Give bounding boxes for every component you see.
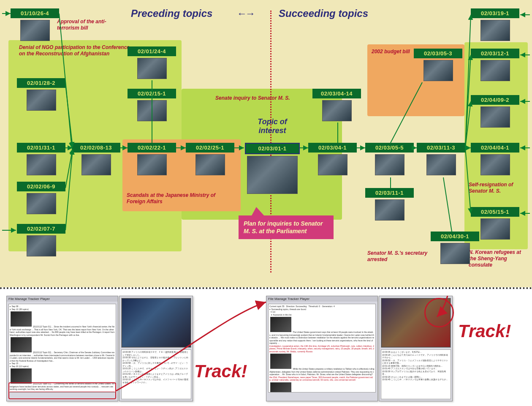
heading-preceding: Preceding topics: [131, 8, 212, 19]
node-02-03-11-1[interactable]: 02/03/11-1: [365, 188, 414, 221]
node-date: 02/04/04-1: [471, 143, 519, 153]
node-02-03-04-1[interactable]: 02/03/04-1: [308, 143, 357, 175]
track-example-panel: File Manage Tracker Player ▸ Sep 08 ...▾…: [0, 289, 532, 406]
highlight-selected-topic: [8, 382, 116, 399]
node-02-02-25-1[interactable]: 02/02/25-1: [186, 143, 234, 175]
heading-arrows: ←→: [236, 8, 253, 19]
node-date: 02/02/25-1: [186, 143, 234, 153]
track-label-left: Track!: [194, 361, 247, 381]
node-date: 02/03/05-3: [414, 49, 462, 58]
node-date: 02/02/08-13: [72, 143, 120, 153]
node-date: 02/02/07-7: [17, 224, 65, 234]
node-date: 02/05/15-1: [471, 207, 519, 217]
video-pane: [121, 298, 191, 348]
caption-antiterror: Approval of the anti-terrorism bill: [57, 19, 120, 31]
thumbnail: [375, 199, 404, 221]
thumbnail: [195, 154, 225, 175]
caption-secretary: Senator M. S.'s secretary arrested: [367, 250, 431, 263]
node-date: 02/01/24-4: [128, 46, 176, 56]
transcript-lines: 10:00:08 アメリカの同時多発テロで、ＦＢＩ連邦捜査局は... 容疑者とし…: [122, 350, 191, 384]
node-02-01-24-4[interactable]: 02/01/24-4: [128, 46, 176, 79]
svg-line-21: [443, 177, 452, 232]
node-02-03-04-14[interactable]: 02/03/04-14: [312, 89, 361, 121]
thumbnail: [137, 58, 167, 79]
node-02-03-12-1[interactable]: 02/03/12-1: [471, 49, 519, 81]
node-02-02-06-9[interactable]: 02/02/06-9: [17, 182, 65, 214]
callout-plan-inquiries: Plan for inquiries to Senator M. S. at t…: [239, 215, 334, 239]
thumbnail: [20, 20, 50, 41]
node-02-03-05-5[interactable]: 02/03/05-5: [365, 143, 414, 175]
node-date: 02/01/31-1: [17, 143, 65, 153]
tree-pane: ▸ Sep 08 ...▾ Sep 12 (38 topics) [011011…: [8, 304, 116, 392]
caption-budget: 2002 budget bill: [372, 49, 414, 55]
transcript-pane: 10:00:05 おはようございます。9月27日... 10:00:20 こんに…: [381, 349, 451, 399]
node-date: 01/10/26-4: [11, 8, 59, 18]
menubar: File Manage Tracker Player: [266, 296, 377, 302]
thumbnail: [318, 154, 347, 175]
caption-inquiry: Senate inquiry to Senator M. S.: [215, 95, 325, 101]
thumbnail: [137, 100, 167, 121]
node-02-03-05-3[interactable]: 02/03/05-3: [414, 49, 462, 81]
thumbnail: [27, 193, 56, 214]
thumbnail: [423, 60, 453, 81]
node-01-10-26-4[interactable]: 01/10/26-4: [11, 8, 59, 41]
caption-ngo: Denial of NGO participation to the Confe…: [19, 44, 137, 57]
node-02-05-15-1[interactable]: 02/05/15-1: [471, 207, 519, 240]
node-date: 02/04/09-2: [471, 95, 519, 105]
thumbnail: [81, 154, 111, 175]
app-screenshot-left-side: 10:00:08 アメリカの同時多発テロで、ＦＢＩ連邦捜査局は... 容疑者とし…: [119, 296, 193, 401]
node-02-02-08-13[interactable]: 02/02/08-13: [72, 143, 120, 175]
node-02-04-09-2[interactable]: 02/04/09-2: [471, 95, 519, 128]
node-02-03-11-3[interactable]: 02/03/11-3: [417, 143, 465, 175]
thumbnail: [480, 106, 510, 128]
transcript-lines: 10:00:05 おはようございます。9月27日... 10:00:20 こんに…: [381, 350, 451, 382]
node-date: 02/02/22-1: [128, 143, 176, 153]
node-02-01-28-2[interactable]: 02/01/28-2: [17, 78, 65, 111]
node-date: 02/03/01-1: [245, 143, 300, 154]
node-02-02-07-7[interactable]: 02/02/07-7: [17, 224, 65, 256]
video-still: [122, 298, 191, 347]
app-screenshot-right-main: File Manage Tracker Player Current topic…: [266, 296, 378, 401]
text-lines: ▸ Sep 08 ...▾ Sep 12 (38 topics) [011011…: [9, 304, 116, 392]
node-02-04-04-1[interactable]: 02/04/04-1: [471, 143, 519, 175]
heading-succeeding: Succeeding topics: [279, 8, 368, 19]
topic-thread-diagram: Preceding topics ←→ Succeeding topics To…: [0, 0, 532, 287]
node-date: 02/03/12-1: [471, 49, 519, 58]
node-date: 02/03/11-3: [417, 143, 465, 153]
node-date: 02/03/04-14: [312, 89, 361, 98]
thumbnail: [480, 154, 510, 175]
text-lines: Current topic 55 Direction: Succeeding T…: [269, 304, 375, 392]
thumbnail: [247, 156, 298, 194]
transcript-pane: 10:00:08 アメリカの同時多発テロで、ＦＢＩ連邦捜査局は... 容疑者とし…: [121, 349, 191, 399]
thumbnail: [480, 60, 510, 81]
node-02-03-19-1[interactable]: 02/03/19-1: [471, 8, 519, 41]
node-date: 02/03/11-1: [365, 188, 414, 198]
node-02-02-15-1[interactable]: 02/02/15-1: [128, 89, 176, 121]
thumbnail: [27, 90, 56, 111]
node-date: 02/03/05-5: [365, 143, 414, 153]
topic-of-interest-label: Topic of interest: [243, 117, 302, 135]
result-pane: Current topic 55 Direction: Succeeding T…: [268, 304, 376, 392]
caption-scandals: Scandals at the Japanese Ministry of For…: [127, 192, 222, 205]
highlight-circle-face: [424, 298, 454, 327]
thumbnail: [137, 154, 167, 175]
thumbnail: [375, 154, 404, 175]
thumbnail: [27, 154, 56, 175]
node-date: 02/01/28-2: [17, 78, 65, 88]
thumbnail: [426, 154, 456, 175]
node-02-02-22-1[interactable]: 02/02/22-1: [128, 143, 176, 175]
node-02-01-31-1[interactable]: 02/01/31-1: [17, 143, 65, 175]
thumbnail: [480, 218, 510, 240]
menubar: File Manage Tracker Player: [7, 296, 118, 302]
caption-selfresign: Self-resignation of Senator M. S.: [469, 182, 528, 194]
node-date: 02/02/06-9: [17, 182, 65, 191]
track-label-right: Track!: [458, 321, 511, 341]
thumbnail: [480, 20, 510, 41]
node-date: 02/03/19-1: [471, 8, 519, 18]
node-date: 02/03/04-1: [308, 143, 357, 153]
thumbnail: [322, 100, 352, 121]
node-topic-of-interest[interactable]: 02/03/01-1: [245, 143, 300, 194]
thumbnail: [27, 235, 56, 256]
node-date: 02/02/15-1: [128, 89, 176, 98]
thumbnail: [440, 243, 470, 264]
